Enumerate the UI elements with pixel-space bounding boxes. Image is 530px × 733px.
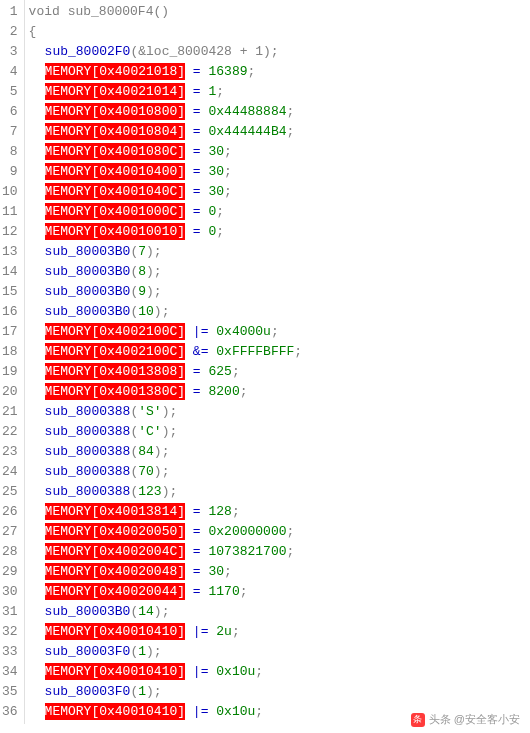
memory-access: MEMORY[0x40010804] xyxy=(45,123,185,140)
line-number: 36 xyxy=(2,702,20,722)
value-literal: 0x10u xyxy=(216,704,255,719)
code-line[interactable]: MEMORY[0x40021014] = 1; xyxy=(29,82,530,102)
line-number: 19 xyxy=(2,362,20,382)
code-line[interactable]: sub_8000388('S'); xyxy=(29,402,530,422)
arg-number: 9 xyxy=(138,284,146,299)
value-literal: 625 xyxy=(208,364,231,379)
decompiler-view[interactable]: 1234567891011121314151617181920212223242… xyxy=(0,0,530,724)
operator: = xyxy=(193,184,201,199)
code-line[interactable]: MEMORY[0x4001380C] = 8200; xyxy=(29,382,530,402)
value-literal: 30 xyxy=(208,164,224,179)
params: () xyxy=(153,4,169,19)
value-literal: 30 xyxy=(208,564,224,579)
code-line[interactable]: void sub_80000F4() xyxy=(29,2,530,22)
operator: = xyxy=(193,584,201,599)
code-line[interactable]: MEMORY[0x4001000C] = 0; xyxy=(29,202,530,222)
memory-access: MEMORY[0x4002100C] xyxy=(45,343,185,360)
code-line[interactable]: MEMORY[0x4001040C] = 30; xyxy=(29,182,530,202)
code-line[interactable]: sub_8000388(70); xyxy=(29,462,530,482)
memory-access: MEMORY[0x40010010] xyxy=(45,223,185,240)
code-line[interactable]: MEMORY[0x40013808] = 625; xyxy=(29,362,530,382)
line-number: 14 xyxy=(2,262,20,282)
line-number: 2 xyxy=(2,22,20,42)
memory-access: MEMORY[0x4001000C] xyxy=(45,203,185,220)
code-line[interactable]: MEMORY[0x40020044] = 1170; xyxy=(29,582,530,602)
code-line[interactable]: sub_80003B0(10); xyxy=(29,302,530,322)
code-line[interactable]: sub_8000388(123); xyxy=(29,482,530,502)
code-line[interactable]: sub_8000388('C'); xyxy=(29,422,530,442)
code-line[interactable]: MEMORY[0x4001080C] = 30; xyxy=(29,142,530,162)
memory-access: MEMORY[0x4001380C] xyxy=(45,383,185,400)
value-literal: 0x10u xyxy=(216,664,255,679)
value-literal: 128 xyxy=(208,504,231,519)
memory-access: MEMORY[0x40013814] xyxy=(45,503,185,520)
line-number: 4 xyxy=(2,62,20,82)
call-args: (&loc_8000428 + 1); xyxy=(130,44,278,59)
code-line[interactable]: MEMORY[0x40020050] = 0x20000000; xyxy=(29,522,530,542)
memory-access: MEMORY[0x4001040C] xyxy=(45,183,185,200)
code-line[interactable]: MEMORY[0x40010400] = 30; xyxy=(29,162,530,182)
line-number: 28 xyxy=(2,542,20,562)
code-line[interactable]: MEMORY[0x4002100C] &= 0xFFFFBFFF; xyxy=(29,342,530,362)
memory-access: MEMORY[0x4002004C] xyxy=(45,543,185,560)
function-call: sub_80003B0 xyxy=(45,304,131,319)
code-line[interactable]: sub_80003F0(1); xyxy=(29,682,530,702)
operator: = xyxy=(193,104,201,119)
code-line[interactable]: MEMORY[0x40020048] = 30; xyxy=(29,562,530,582)
line-number: 35 xyxy=(2,682,20,702)
code-line[interactable]: sub_80002F0(&loc_8000428 + 1); xyxy=(29,42,530,62)
line-number: 9 xyxy=(2,162,20,182)
memory-access: MEMORY[0x40013808] xyxy=(45,363,185,380)
arg-number: 1 xyxy=(138,684,146,699)
function-name: sub_80000F4 xyxy=(68,4,154,19)
code-line[interactable]: sub_80003B0(9); xyxy=(29,282,530,302)
code-line[interactable]: { xyxy=(29,22,530,42)
code-line[interactable]: sub_8000388(84); xyxy=(29,442,530,462)
function-call: sub_8000388 xyxy=(45,424,131,439)
operator: = xyxy=(193,84,201,99)
code-line[interactable]: MEMORY[0x4002100C] |= 0x4000u; xyxy=(29,322,530,342)
value-literal: 0x4000u xyxy=(216,324,271,339)
function-call: sub_80002F0 xyxy=(45,44,131,59)
value-literal: 16389 xyxy=(208,64,247,79)
watermark-text: 头条 @安全客小安 xyxy=(429,712,520,724)
line-number: 12 xyxy=(2,222,20,242)
value-literal: 1073821700 xyxy=(208,544,286,559)
line-number: 25 xyxy=(2,482,20,502)
code-line[interactable]: MEMORY[0x40013814] = 128; xyxy=(29,502,530,522)
code-line[interactable]: MEMORY[0x40010800] = 0x44488884; xyxy=(29,102,530,122)
value-literal: 0xFFFFBFFF xyxy=(216,344,294,359)
code-line[interactable]: sub_80003F0(1); xyxy=(29,642,530,662)
operator: = xyxy=(193,384,201,399)
arg-number: 123 xyxy=(138,484,161,499)
code-line[interactable]: MEMORY[0x40010410] |= 0x10u; xyxy=(29,662,530,682)
arg-number: 14 xyxy=(138,604,154,619)
code-line[interactable]: MEMORY[0x40021018] = 16389; xyxy=(29,62,530,82)
line-number: 16 xyxy=(2,302,20,322)
line-number: 33 xyxy=(2,642,20,662)
line-number: 22 xyxy=(2,422,20,442)
arg-number: 7 xyxy=(138,244,146,259)
line-number: 11 xyxy=(2,202,20,222)
memory-access: MEMORY[0x40010410] xyxy=(45,663,185,680)
code-body[interactable]: void sub_80000F4(){sub_80002F0(&loc_8000… xyxy=(25,0,530,724)
line-number: 30 xyxy=(2,582,20,602)
code-line[interactable]: sub_80003B0(14); xyxy=(29,602,530,622)
code-line[interactable]: MEMORY[0x40010804] = 0x444444B4; xyxy=(29,122,530,142)
code-line[interactable]: sub_80003B0(8); xyxy=(29,262,530,282)
line-number: 29 xyxy=(2,562,20,582)
watermark-logo-icon: 条 xyxy=(411,713,425,725)
code-line[interactable]: MEMORY[0x40010410] |= 2u; xyxy=(29,622,530,642)
operator: = xyxy=(193,164,201,179)
operator: |= xyxy=(193,664,209,679)
function-call: sub_8000388 xyxy=(45,444,131,459)
line-number: 3 xyxy=(2,42,20,62)
function-call: sub_8000388 xyxy=(45,464,131,479)
operator: |= xyxy=(193,624,209,639)
code-line[interactable]: MEMORY[0x4002004C] = 1073821700; xyxy=(29,542,530,562)
memory-access: MEMORY[0x4002100C] xyxy=(45,323,185,340)
function-call: sub_80003F0 xyxy=(45,684,131,699)
code-line[interactable]: MEMORY[0x40010010] = 0; xyxy=(29,222,530,242)
code-line[interactable]: sub_80003B0(7); xyxy=(29,242,530,262)
memory-access: MEMORY[0x40010410] xyxy=(45,623,185,640)
